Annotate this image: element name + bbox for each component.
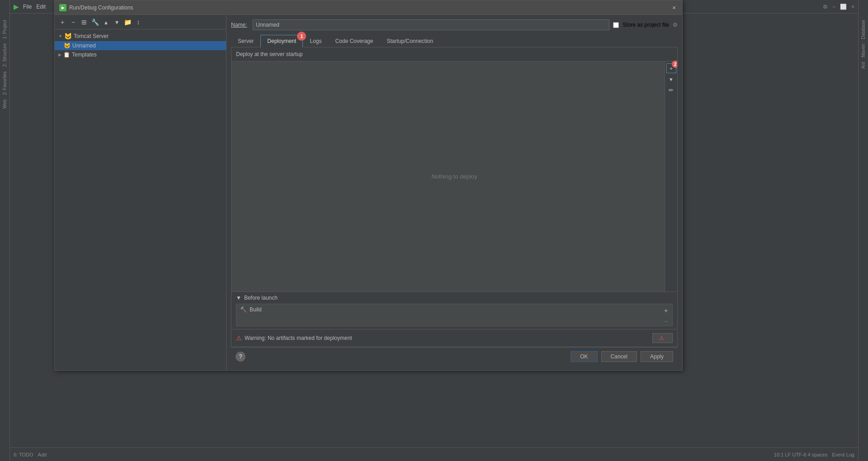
scroll-down-button[interactable]: ▾ xyxy=(666,74,676,84)
deployment-content: Deploy at the server startup Nothing to … xyxy=(231,47,678,347)
move-down-button[interactable]: ▾ xyxy=(112,17,122,27)
before-launch-content: 🔨 Build + − xyxy=(236,304,673,326)
collapse-icon: ▼ xyxy=(236,295,241,301)
tab-startup-connection[interactable]: Startup/Connection xyxy=(380,35,440,47)
fix-button[interactable]: ⚠ xyxy=(652,333,673,343)
sort-button[interactable]: ↕ xyxy=(133,17,143,27)
restore-icon[interactable]: ⬜ xyxy=(840,4,847,10)
right-panel: Name: Store as project file ⚙ Server Dep… xyxy=(226,15,682,370)
sidebar-tool-web[interactable]: Web xyxy=(1,98,8,110)
sidebar-tool-favorites[interactable]: 2: Favorites xyxy=(1,70,8,97)
store-project-checkbox[interactable] xyxy=(613,22,619,28)
fix-warning-icon: ⚠ xyxy=(659,335,664,341)
menu-edit[interactable]: Edit xyxy=(36,4,46,10)
deploy-list-area: Nothing to deploy + 2 xyxy=(231,61,677,292)
menu-file[interactable]: File xyxy=(23,4,32,10)
cancel-button[interactable]: Cancel xyxy=(601,351,637,362)
warning-bar: ⚠ Warning: No artifacts marked for deplo… xyxy=(231,329,677,347)
deploy-container: Nothing to deploy + 2 xyxy=(231,61,677,292)
run-debug-dialog: ▶ Run/Debug Configurations × + − ⊞ 🔧 ▴ ▾… xyxy=(54,0,683,371)
name-label: Name: xyxy=(231,22,249,28)
dialog-footer: ? OK Cancel Apply xyxy=(231,347,678,366)
settings-icon[interactable]: ⚙ xyxy=(823,4,828,10)
apply-button[interactable]: Apply xyxy=(641,351,673,362)
copy-config-button[interactable]: ⊞ xyxy=(79,17,89,27)
warning-text: Warning: No artifacts marked for deploym… xyxy=(245,335,352,341)
sidebar-tool-database[interactable]: Database xyxy=(860,18,867,41)
ok-button[interactable]: OK xyxy=(571,351,597,362)
store-project-row: Store as project file ⚙ xyxy=(613,22,678,28)
edit-defaults-button[interactable]: 🔧 xyxy=(90,17,100,27)
chevron-down-icon: ▼ xyxy=(58,34,62,38)
tab-logs[interactable]: Logs xyxy=(303,35,328,47)
help-button[interactable]: ? xyxy=(236,352,245,362)
dialog-icon: ▶ xyxy=(59,4,66,11)
ide-right-sidebar: Database Maven Ant xyxy=(858,0,868,461)
before-launch-section: ▼ Before launch 🔨 Build + − xyxy=(231,292,677,329)
tree-item-unnamed[interactable]: 🐱 Unnamed xyxy=(55,41,226,50)
build-item[interactable]: 🔨 Build xyxy=(236,304,672,315)
sidebar-tool-ant[interactable]: Ant xyxy=(860,60,867,71)
build-icon: 🔨 xyxy=(240,306,247,313)
before-launch-remove-button[interactable]: − xyxy=(661,317,670,326)
left-toolbar: + − ⊞ 🔧 ▴ ▾ 📁 ↕ xyxy=(55,15,226,29)
tabs-row: Server Deployment 1 Logs Code Coverage S… xyxy=(231,35,678,47)
deploy-section-label: Deploy at the server startup xyxy=(231,47,677,61)
config-tree: ▼ 🐱 Tomcat Server 🐱 Unnamed ▶ 📋 Template… xyxy=(55,29,226,370)
ide-close-icon[interactable]: × xyxy=(851,4,854,10)
sidebar-tool-project[interactable]: 1: Project xyxy=(1,18,8,41)
chevron-right-icon: ▶ xyxy=(58,52,61,57)
folder-button[interactable]: 📁 xyxy=(123,17,132,27)
tab-deployment[interactable]: Deployment 1 xyxy=(260,35,303,47)
warning-icon: ⚠ xyxy=(236,334,242,342)
add-deploy-container: + 2 🔶 Artifact... xyxy=(666,63,676,73)
tomcat-icon: 🐱 xyxy=(64,33,72,40)
add-config-button[interactable]: + xyxy=(57,17,67,27)
app-logo: ▶ xyxy=(14,3,19,10)
nothing-to-deploy-label: Nothing to deploy xyxy=(431,173,477,180)
ide-left-sidebar: 1: Project 2: Structure 2: Favorites Web xyxy=(0,0,10,461)
move-up-button[interactable]: ▴ xyxy=(101,17,111,27)
dialog-close-button[interactable]: × xyxy=(670,4,678,11)
event-log-btn[interactable]: Event Log xyxy=(832,452,854,457)
step-badge-2: 2 xyxy=(672,61,678,68)
dialog-body: + − ⊞ 🔧 ▴ ▾ 📁 ↕ ▼ 🐱 Tomcat Server 🐱 xyxy=(55,15,682,370)
remove-config-button[interactable]: − xyxy=(68,17,78,27)
add-btn[interactable]: Add xyxy=(38,452,47,457)
todo-btn[interactable]: 6: TODO xyxy=(14,452,33,457)
deploy-sidebar: + 2 🔶 Artifact... xyxy=(665,61,677,292)
left-panel: + − ⊞ 🔧 ▴ ▾ 📁 ↕ ▼ 🐱 Tomcat Server 🐱 xyxy=(55,15,226,370)
tree-group-templates[interactable]: ▶ 📋 Templates xyxy=(55,50,226,59)
edit-deploy-button[interactable]: ✏ xyxy=(666,85,676,95)
name-row: Name: Store as project file ⚙ xyxy=(231,19,678,30)
dialog-title: ▶ Run/Debug Configurations xyxy=(59,4,133,11)
ide-bottombar: 6: TODO Add 10:1 LF UTF-8 4 spaces Event… xyxy=(10,447,858,461)
templates-icon: 📋 xyxy=(63,52,70,58)
name-input[interactable] xyxy=(253,19,609,30)
tree-group-tomcat[interactable]: ▼ 🐱 Tomcat Server xyxy=(55,31,226,41)
minimize-icon[interactable]: − xyxy=(832,4,835,10)
dialog-titlebar: ▶ Run/Debug Configurations × xyxy=(55,0,682,15)
bottom-info: 10:1 LF UTF-8 4 spaces xyxy=(774,452,828,457)
gear-icon[interactable]: ⚙ xyxy=(673,22,678,28)
tab-code-coverage[interactable]: Code Coverage xyxy=(328,35,380,47)
tomcat-small-icon: 🐱 xyxy=(64,42,71,49)
tab-server[interactable]: Server xyxy=(231,35,260,47)
sidebar-tool-structure[interactable]: 2: Structure xyxy=(1,42,8,69)
before-launch-header[interactable]: ▼ Before launch xyxy=(236,295,673,301)
sidebar-tool-maven[interactable]: Maven xyxy=(860,42,867,59)
before-launch-add-button[interactable]: + xyxy=(661,306,670,315)
store-project-label: Store as project file xyxy=(623,22,669,28)
